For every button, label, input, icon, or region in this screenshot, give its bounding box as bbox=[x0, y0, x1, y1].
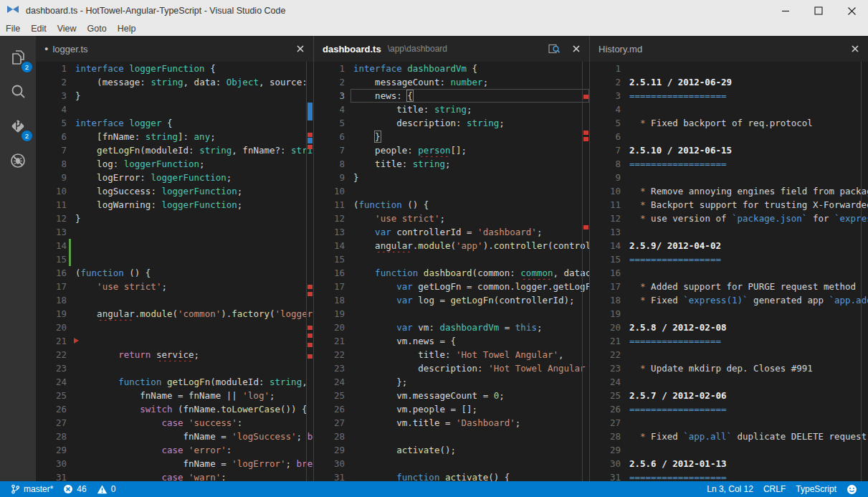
code-line[interactable]: 14 angular.module('app').controller(cont… bbox=[314, 239, 589, 252]
code-line[interactable]: 302.5.6 / 2012-01-13 bbox=[590, 457, 868, 470]
code-line[interactable]: 24 }; bbox=[314, 375, 589, 389]
editor-tab-dashboard[interactable]: dashboard.ts\app\dashboard bbox=[314, 36, 589, 62]
code-line[interactable]: 21================= bbox=[590, 334, 868, 348]
code-line[interactable]: 6 } bbox=[314, 130, 589, 143]
code-line[interactable]: 142.5.9/ 2012-04-02 bbox=[590, 239, 868, 252]
code-line[interactable]: 12} bbox=[36, 212, 313, 225]
overview-ruler[interactable] bbox=[582, 62, 589, 481]
status-git-branch[interactable]: master* bbox=[6, 481, 58, 497]
open-preview-icon[interactable] bbox=[548, 44, 561, 55]
code-line[interactable]: 4 bbox=[590, 103, 868, 116]
code-line[interactable]: 202.5.8 / 2012-02-08 bbox=[590, 321, 868, 334]
code-line[interactable]: 31 case 'warn': bbox=[36, 470, 313, 481]
code-line[interactable]: 26 vm.people = []; bbox=[314, 402, 589, 416]
code-line[interactable]: 31 function activate() { bbox=[314, 470, 589, 481]
code-line[interactable]: 22 return service; bbox=[36, 348, 313, 361]
code-line[interactable]: 19 angular.module('common').factory('log… bbox=[36, 307, 313, 321]
code-line[interactable]: 14 bbox=[36, 239, 313, 252]
menu-edit[interactable]: Edit bbox=[31, 24, 47, 34]
maximize-button[interactable] bbox=[802, 0, 835, 22]
code-line[interactable]: 21 bbox=[36, 334, 313, 348]
close-icon[interactable] bbox=[296, 44, 305, 53]
code-line[interactable]: 1 bbox=[590, 62, 868, 75]
code-line[interactable]: 17 var getLogFn = common.logger.getLogFn… bbox=[314, 280, 589, 293]
code-line[interactable]: 27 case 'success': bbox=[36, 416, 313, 430]
code-line[interactable]: 11(function () { bbox=[314, 198, 589, 212]
close-icon[interactable] bbox=[572, 44, 581, 53]
code-line[interactable]: 5 * Fixed backport of req.protocol bbox=[590, 116, 868, 130]
code-line[interactable]: 4 title: string; bbox=[314, 103, 589, 116]
code-line[interactable]: 30 bbox=[314, 457, 589, 470]
code-line[interactable]: 27 bbox=[590, 416, 868, 430]
code-line[interactable]: 23 * Update mkdirp dep. Closes #991 bbox=[590, 361, 868, 375]
code-line[interactable]: 22 title: 'Hot Towel Angular', bbox=[314, 348, 589, 361]
minimize-button[interactable] bbox=[769, 0, 802, 22]
code-line[interactable]: 13 bbox=[590, 225, 868, 239]
menu-file[interactable]: File bbox=[6, 24, 20, 34]
code-line[interactable]: 3} bbox=[36, 89, 313, 103]
code-line[interactable]: 17 'use strict'; bbox=[36, 280, 313, 293]
code-line[interactable]: 13 var controllerId = 'dashboard'; bbox=[314, 225, 589, 239]
code-line[interactable]: 22.5.11 / 2012-06-29 bbox=[590, 75, 868, 89]
editor-tab-logger[interactable]: ●logger.ts bbox=[36, 36, 313, 62]
code-line[interactable]: 10 logSuccess: loggerFunction; bbox=[36, 184, 313, 198]
code-line[interactable]: 25 fnName = fnName || 'log'; bbox=[36, 389, 313, 402]
code-line[interactable]: 5interface logger { bbox=[36, 116, 313, 130]
code-line[interactable]: 26================== bbox=[590, 402, 868, 416]
code-line[interactable]: 18 var log = getLogFn(controllerId); bbox=[314, 293, 589, 307]
code-line[interactable]: 16 bbox=[590, 266, 868, 280]
menu-goto[interactable]: Goto bbox=[87, 24, 107, 34]
code-line[interactable]: 252.5.7 / 2012-02-06 bbox=[590, 389, 868, 402]
code-line[interactable]: 25 vm.messageCount = 0; bbox=[314, 389, 589, 402]
code-line[interactable]: 29 case 'error': bbox=[36, 443, 313, 457]
code-line[interactable]: 23 description: 'Hot Towel Angular is a … bbox=[314, 361, 589, 375]
code-line[interactable]: 3 news: { bbox=[314, 89, 589, 103]
code-line[interactable]: 10 * Remove annoying engines field from … bbox=[590, 184, 868, 198]
code-line[interactable]: 3================== bbox=[590, 89, 868, 103]
code-line[interactable]: 19 bbox=[314, 307, 589, 321]
menu-help[interactable]: Help bbox=[118, 24, 136, 34]
code-line[interactable]: 5 description: string; bbox=[314, 116, 589, 130]
code-line[interactable]: 23 bbox=[36, 361, 313, 375]
menu-view[interactable]: View bbox=[57, 24, 77, 34]
code-line[interactable]: 9 logError: loggerFunction; bbox=[36, 171, 313, 184]
code-line[interactable]: 9 bbox=[590, 171, 868, 184]
status-cursor-position[interactable]: Ln 3, Col 12 bbox=[702, 481, 758, 497]
close-window-button[interactable] bbox=[835, 0, 868, 22]
overview-ruler[interactable] bbox=[861, 62, 868, 481]
code-line[interactable]: 11 logWarning: loggerFunction; bbox=[36, 198, 313, 212]
code-line[interactable]: 8 log: loggerFunction; bbox=[36, 157, 313, 171]
code-line[interactable]: 7 getLogFn(moduleId: string, fnName?: st… bbox=[36, 143, 313, 157]
code-line[interactable]: 30 fnName = 'logError'; break; bbox=[36, 457, 313, 470]
overview-ruler[interactable] bbox=[306, 62, 313, 481]
code-line[interactable]: 15 bbox=[314, 252, 589, 266]
status-warnings[interactable]: 0 bbox=[92, 481, 121, 497]
activity-source-control[interactable]: 2 bbox=[0, 109, 36, 143]
code-line[interactable]: 28 bbox=[314, 430, 589, 443]
code-line[interactable]: 28 fnName = 'logSuccess'; break; bbox=[36, 430, 313, 443]
code-line[interactable]: 2 (message: string, data: Object, source… bbox=[36, 75, 313, 89]
code-line[interactable]: 12 'use strict'; bbox=[314, 212, 589, 225]
code-line[interactable]: 6 bbox=[590, 130, 868, 143]
editor-content-history[interactable]: 122.5.11 / 2012-06-293==================… bbox=[590, 62, 868, 481]
code-line[interactable]: 12 * use version of `package.json` for `… bbox=[590, 212, 868, 225]
close-icon[interactable] bbox=[851, 44, 859, 53]
code-line[interactable]: 29 bbox=[590, 443, 868, 457]
activity-debug[interactable] bbox=[0, 143, 36, 178]
code-line[interactable]: 31================== bbox=[590, 470, 868, 481]
code-line[interactable]: 24 bbox=[590, 375, 868, 389]
code-line[interactable]: 15================= bbox=[590, 252, 868, 266]
code-line[interactable]: 1interface loggerFunction { bbox=[36, 62, 313, 75]
code-line[interactable]: 17 * Added support for PURGE request met… bbox=[590, 280, 868, 293]
status-feedback[interactable] bbox=[841, 481, 862, 497]
activity-search[interactable] bbox=[0, 75, 36, 109]
code-line[interactable]: 26 switch (fnName.toLowerCase()) { bbox=[36, 402, 313, 416]
code-line[interactable]: 18 bbox=[36, 293, 313, 307]
status-language-mode[interactable]: TypeScript bbox=[791, 481, 841, 497]
code-line[interactable]: 13 bbox=[36, 225, 313, 239]
code-line[interactable]: 21 vm.news = { bbox=[314, 334, 589, 348]
code-line[interactable]: 19 bbox=[590, 307, 868, 321]
code-line[interactable]: 8 title: string; bbox=[314, 157, 589, 171]
status-eol-sequence[interactable]: CRLF bbox=[758, 481, 791, 497]
editor-content-logger[interactable]: 1interface loggerFunction {2 (message: s… bbox=[36, 62, 313, 481]
